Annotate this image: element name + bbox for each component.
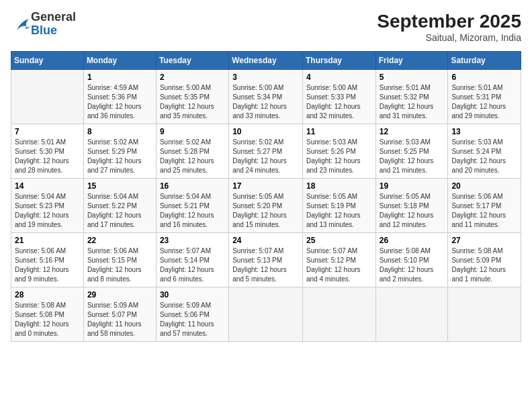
calendar-cell: 9Sunrise: 5:02 AM Sunset: 5:28 PM Daylig… <box>156 124 228 179</box>
calendar-cell: 20Sunrise: 5:06 AM Sunset: 5:17 PM Dayli… <box>448 179 521 233</box>
calendar-cell: 16Sunrise: 5:04 AM Sunset: 5:21 PM Dayli… <box>156 179 228 233</box>
day-of-week-friday: Friday <box>375 52 448 70</box>
day-number: 25 <box>306 236 372 245</box>
logo: General Blue <box>11 11 76 38</box>
day-info: Sunrise: 5:04 AM Sunset: 5:22 PM Dayligh… <box>87 192 152 230</box>
day-info: Sunrise: 5:00 AM Sunset: 5:34 PM Dayligh… <box>232 83 299 121</box>
calendar-cell <box>448 287 521 342</box>
calendar-cell: 12Sunrise: 5:03 AM Sunset: 5:25 PM Dayli… <box>375 124 448 179</box>
day-info: Sunrise: 5:07 AM Sunset: 5:14 PM Dayligh… <box>160 246 225 284</box>
calendar-cell: 23Sunrise: 5:07 AM Sunset: 5:14 PM Dayli… <box>156 233 228 287</box>
calendar-cell <box>375 287 448 342</box>
day-number: 5 <box>380 73 445 82</box>
day-number: 28 <box>15 290 80 300</box>
day-info: Sunrise: 5:03 AM Sunset: 5:25 PM Dayligh… <box>380 138 445 175</box>
day-info: Sunrise: 5:02 AM Sunset: 5:28 PM Dayligh… <box>160 138 225 175</box>
day-info: Sunrise: 4:59 AM Sunset: 5:36 PM Dayligh… <box>87 83 152 121</box>
calendar-cell: 15Sunrise: 5:04 AM Sunset: 5:22 PM Dayli… <box>83 179 156 233</box>
page-header: General Blue September 2025 Saitual, Miz… <box>11 11 521 43</box>
day-info: Sunrise: 5:05 AM Sunset: 5:19 PM Dayligh… <box>306 192 372 230</box>
calendar-cell: 17Sunrise: 5:05 AM Sunset: 5:20 PM Dayli… <box>229 179 303 233</box>
day-info: Sunrise: 5:08 AM Sunset: 5:09 PM Dayligh… <box>451 246 517 284</box>
calendar-cell: 18Sunrise: 5:05 AM Sunset: 5:19 PM Dayli… <box>302 179 375 233</box>
calendar-cell: 7Sunrise: 5:01 AM Sunset: 5:30 PM Daylig… <box>11 124 84 179</box>
calendar-cell: 4Sunrise: 5:00 AM Sunset: 5:33 PM Daylig… <box>302 70 375 124</box>
day-info: Sunrise: 5:06 AM Sunset: 5:16 PM Dayligh… <box>15 246 80 284</box>
day-number: 22 <box>87 236 152 245</box>
day-info: Sunrise: 5:01 AM Sunset: 5:31 PM Dayligh… <box>451 83 517 121</box>
calendar-cell: 25Sunrise: 5:07 AM Sunset: 5:12 PM Dayli… <box>302 233 375 287</box>
day-number: 1 <box>87 73 152 82</box>
calendar-cell: 13Sunrise: 5:03 AM Sunset: 5:24 PM Dayli… <box>448 124 521 179</box>
calendar-cell: 3Sunrise: 5:00 AM Sunset: 5:34 PM Daylig… <box>229 70 303 124</box>
calendar-cell <box>302 287 375 342</box>
calendar-cell: 30Sunrise: 5:09 AM Sunset: 5:06 PM Dayli… <box>156 287 228 342</box>
day-info: Sunrise: 5:04 AM Sunset: 5:23 PM Dayligh… <box>15 192 80 230</box>
day-number: 4 <box>306 73 372 82</box>
week-row-3: 14Sunrise: 5:04 AM Sunset: 5:23 PM Dayli… <box>11 179 521 233</box>
calendar-cell <box>229 287 303 342</box>
day-number: 8 <box>87 127 152 136</box>
day-info: Sunrise: 5:05 AM Sunset: 5:18 PM Dayligh… <box>380 192 445 230</box>
day-info: Sunrise: 5:01 AM Sunset: 5:30 PM Dayligh… <box>15 138 80 175</box>
day-info: Sunrise: 5:06 AM Sunset: 5:17 PM Dayligh… <box>451 192 517 230</box>
calendar-cell: 14Sunrise: 5:04 AM Sunset: 5:23 PM Dayli… <box>11 179 84 233</box>
day-number: 7 <box>15 127 80 136</box>
day-number: 16 <box>160 181 225 191</box>
calendar-cell: 26Sunrise: 5:08 AM Sunset: 5:10 PM Dayli… <box>375 233 448 287</box>
day-number: 23 <box>160 236 225 245</box>
day-of-week-thursday: Thursday <box>302 52 375 70</box>
day-number: 10 <box>232 127 299 136</box>
day-number: 27 <box>451 236 517 245</box>
day-info: Sunrise: 5:09 AM Sunset: 5:07 PM Dayligh… <box>87 301 152 338</box>
month-title: September 2025 <box>377 11 521 32</box>
day-info: Sunrise: 5:03 AM Sunset: 5:24 PM Dayligh… <box>451 138 517 175</box>
calendar-cell: 1Sunrise: 4:59 AM Sunset: 5:36 PM Daylig… <box>83 70 156 124</box>
logo-blue: Blue <box>31 24 76 38</box>
day-info: Sunrise: 5:00 AM Sunset: 5:33 PM Dayligh… <box>306 83 372 121</box>
day-number: 11 <box>306 127 372 136</box>
day-number: 9 <box>160 127 225 136</box>
day-number: 13 <box>451 127 517 136</box>
day-info: Sunrise: 5:03 AM Sunset: 5:26 PM Dayligh… <box>306 138 372 175</box>
day-of-week-saturday: Saturday <box>448 52 521 70</box>
title-block: September 2025 Saitual, Mizoram, India <box>377 11 521 43</box>
calendar-cell: 28Sunrise: 5:08 AM Sunset: 5:08 PM Dayli… <box>11 287 84 342</box>
week-row-2: 7Sunrise: 5:01 AM Sunset: 5:30 PM Daylig… <box>11 124 521 179</box>
day-info: Sunrise: 5:00 AM Sunset: 5:35 PM Dayligh… <box>160 83 225 121</box>
day-number: 19 <box>380 181 445 191</box>
day-number: 12 <box>380 127 445 136</box>
day-info: Sunrise: 5:08 AM Sunset: 5:10 PM Dayligh… <box>380 246 445 284</box>
calendar-cell: 11Sunrise: 5:03 AM Sunset: 5:26 PM Dayli… <box>302 124 375 179</box>
day-info: Sunrise: 5:02 AM Sunset: 5:27 PM Dayligh… <box>232 138 299 175</box>
day-number: 18 <box>306 181 372 191</box>
calendar-cell <box>11 70 84 124</box>
logo-text: General Blue <box>31 11 76 38</box>
week-row-1: 1Sunrise: 4:59 AM Sunset: 5:36 PM Daylig… <box>11 70 521 124</box>
day-info: Sunrise: 5:04 AM Sunset: 5:21 PM Dayligh… <box>160 192 225 230</box>
calendar-cell: 21Sunrise: 5:06 AM Sunset: 5:16 PM Dayli… <box>11 233 84 287</box>
calendar-cell: 24Sunrise: 5:07 AM Sunset: 5:13 PM Dayli… <box>229 233 303 287</box>
day-number: 20 <box>451 181 517 191</box>
day-info: Sunrise: 5:05 AM Sunset: 5:20 PM Dayligh… <box>232 192 299 230</box>
day-info: Sunrise: 5:02 AM Sunset: 5:29 PM Dayligh… <box>87 138 152 175</box>
day-number: 30 <box>160 290 225 300</box>
day-number: 6 <box>451 73 517 82</box>
day-info: Sunrise: 5:09 AM Sunset: 5:06 PM Dayligh… <box>160 301 225 338</box>
week-row-4: 21Sunrise: 5:06 AM Sunset: 5:16 PM Dayli… <box>11 233 521 287</box>
day-number: 15 <box>87 181 152 191</box>
calendar-cell: 22Sunrise: 5:06 AM Sunset: 5:15 PM Dayli… <box>83 233 156 287</box>
days-of-week-row: SundayMondayTuesdayWednesdayThursdayFrid… <box>11 52 521 70</box>
day-info: Sunrise: 5:07 AM Sunset: 5:13 PM Dayligh… <box>232 246 299 284</box>
calendar-cell: 27Sunrise: 5:08 AM Sunset: 5:09 PM Dayli… <box>448 233 521 287</box>
day-of-week-monday: Monday <box>83 52 156 70</box>
day-number: 29 <box>87 290 152 300</box>
logo-bird-icon <box>12 17 31 33</box>
day-number: 17 <box>232 181 299 191</box>
day-number: 14 <box>15 181 80 191</box>
day-of-week-tuesday: Tuesday <box>156 52 228 70</box>
location-subtitle: Saitual, Mizoram, India <box>377 32 521 43</box>
week-row-5: 28Sunrise: 5:08 AM Sunset: 5:08 PM Dayli… <box>11 287 521 342</box>
calendar-table: SundayMondayTuesdayWednesdayThursdayFrid… <box>11 51 521 342</box>
day-number: 3 <box>232 73 299 82</box>
